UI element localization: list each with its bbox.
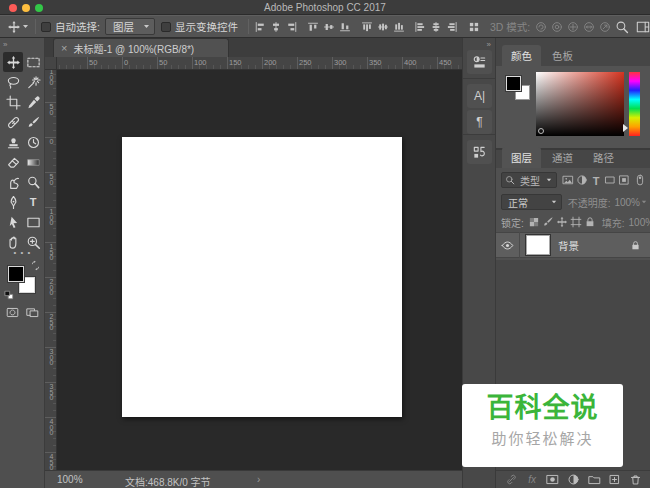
distribute-right-icon[interactable] <box>446 21 458 33</box>
layer-row-selected[interactable]: 背景 <box>496 232 650 258</box>
distribute-horizontal-centers-icon[interactable] <box>430 21 442 33</box>
layer-visibility-toggle[interactable] <box>496 232 520 258</box>
crop-tool[interactable] <box>3 92 23 112</box>
auto-align-icon[interactable] <box>468 21 480 33</box>
tab-color[interactable]: 颜色 <box>502 45 541 66</box>
3d-rotate-icon[interactable] <box>535 21 547 33</box>
foreground-color-swatch[interactable] <box>8 266 24 282</box>
default-colors-icon[interactable] <box>4 290 14 300</box>
eyedropper-tool[interactable] <box>23 92 43 112</box>
rectangular-marquee-tool[interactable] <box>23 52 43 72</box>
magic-wand-tool[interactable] <box>23 72 43 92</box>
tab-swatches[interactable]: 色板 <box>543 45 582 66</box>
3d-slide-icon[interactable] <box>583 21 595 33</box>
brush-tool[interactable] <box>23 112 43 132</box>
clone-stamp-tool[interactable] <box>3 132 23 152</box>
3d-scale-icon[interactable] <box>599 21 611 33</box>
color-picker-handle[interactable] <box>538 128 544 134</box>
fill-value[interactable]: 100% <box>629 217 650 228</box>
align-bottom-edges-icon[interactable] <box>339 21 351 33</box>
smart-object-filter-button[interactable] <box>618 174 630 186</box>
layer-thumbnail[interactable] <box>526 235 550 255</box>
workspace-switcher-icon[interactable] <box>635 20 650 34</box>
distribute-bottom-icon[interactable] <box>393 21 405 33</box>
distribute-left-icon[interactable] <box>414 21 426 33</box>
foreground-color-swatch[interactable] <box>506 76 521 91</box>
link-layers-button[interactable] <box>505 473 518 486</box>
path-selection-tool[interactable] <box>3 212 23 232</box>
hue-slider[interactable] <box>629 72 640 136</box>
gradient-tool[interactable] <box>23 152 43 172</box>
history-brush-tool[interactable] <box>23 132 43 152</box>
document-tab[interactable]: × 未标题-1 @ 100%(RGB/8*) <box>53 38 229 57</box>
align-left-edges-icon[interactable] <box>254 21 266 33</box>
align-vertical-centers-icon[interactable] <box>323 21 335 33</box>
search-icon[interactable] <box>615 20 629 34</box>
blend-mode-dropdown[interactable]: 正常 <box>501 194 562 210</box>
expand-dock-button[interactable]: » <box>487 40 490 49</box>
lock-paint-button[interactable] <box>542 216 554 228</box>
lock-position-button[interactable] <box>556 216 568 228</box>
swap-colors-icon[interactable] <box>30 260 41 271</box>
distribute-top-icon[interactable] <box>361 21 373 33</box>
horizontal-ruler[interactable]: 50050100150200250300350400450 <box>57 57 462 70</box>
paragraph-panel-button[interactable]: ¶ <box>467 110 492 134</box>
pen-tool[interactable] <box>3 192 23 212</box>
layer-filter-toggle[interactable] <box>634 174 646 186</box>
type-layer-filter-button[interactable]: T <box>590 174 602 186</box>
layer-mask-button[interactable] <box>546 473 559 486</box>
pixel-layer-filter-button[interactable] <box>562 174 574 186</box>
distribute-vertical-centers-icon[interactable] <box>377 21 389 33</box>
screen-mode-button[interactable] <box>25 306 40 319</box>
layer-filter-dropdown[interactable]: 类型 <box>501 172 557 188</box>
lock-transparent-button[interactable] <box>528 216 540 228</box>
collapse-tool-panel-button[interactable]: » <box>3 40 6 49</box>
smudge-tool[interactable] <box>3 172 23 192</box>
auto-select-checkbox[interactable] <box>41 22 51 32</box>
lock-all-button[interactable] <box>584 216 596 228</box>
lock-artboard-button[interactable] <box>570 216 582 228</box>
show-transform-checkbox[interactable] <box>161 22 171 32</box>
character-panel-button[interactable]: A| <box>467 84 492 108</box>
zoom-level-field[interactable]: 100% <box>57 474 83 485</box>
align-horizontal-centers-icon[interactable] <box>270 21 282 33</box>
close-tab-icon[interactable]: × <box>61 43 67 54</box>
saturation-brightness-field[interactable] <box>536 72 624 136</box>
tab-channels[interactable]: 通道 <box>543 147 582 168</box>
fill-label: 填充: <box>602 215 625 230</box>
shape-layer-filter-button[interactable] <box>604 174 616 186</box>
new-layer-button[interactable] <box>608 473 621 486</box>
vertical-ruler[interactable]: 10050050100150200250300350400450 <box>45 70 57 470</box>
adjustment-layer-button[interactable] <box>567 473 580 486</box>
align-top-edges-icon[interactable] <box>307 21 319 33</box>
tool-preset-caret-icon[interactable] <box>21 22 30 31</box>
auto-select-dropdown[interactable]: 图层 <box>105 18 155 35</box>
delete-layer-button[interactable] <box>629 473 642 486</box>
current-tool-icon[interactable] <box>7 20 21 34</box>
spot-healing-brush-tool[interactable] <box>3 112 23 132</box>
layer-style-button[interactable]: fx <box>526 473 539 486</box>
3d-pan-icon[interactable] <box>567 21 579 33</box>
layer-group-button[interactable] <box>588 473 601 486</box>
ruler-origin-corner[interactable] <box>45 57 57 70</box>
adjustment-layer-filter-button[interactable] <box>576 174 588 186</box>
status-expander-icon[interactable]: › <box>257 474 260 485</box>
opacity-value[interactable]: 100% <box>614 197 640 208</box>
tab-paths[interactable]: 路径 <box>584 147 623 168</box>
eraser-tool[interactable] <box>3 152 23 172</box>
glyphs-panel-button[interactable] <box>467 140 492 164</box>
canvas-pasteboard[interactable] <box>57 70 462 470</box>
tab-layers[interactable]: 图层 <box>502 147 541 168</box>
move-tool[interactable] <box>3 52 23 72</box>
edit-toolbar-button[interactable]: • • • <box>0 248 45 257</box>
type-tool[interactable]: T <box>23 192 43 212</box>
rectangle-tool[interactable] <box>23 212 43 232</box>
lasso-tool[interactable] <box>3 72 23 92</box>
properties-panel-button[interactable] <box>467 50 492 74</box>
align-right-edges-icon[interactable] <box>286 21 298 33</box>
dodge-tool[interactable] <box>23 172 43 192</box>
quick-mask-mode-button[interactable] <box>5 306 20 319</box>
hue-slider-arrow-icon[interactable] <box>623 124 628 132</box>
3d-roll-icon[interactable] <box>551 21 563 33</box>
document-canvas[interactable] <box>122 137 402 417</box>
